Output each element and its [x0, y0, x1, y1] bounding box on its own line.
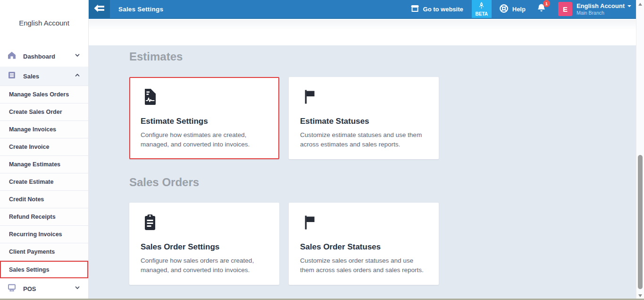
scrollbar-thumb[interactable] [638, 155, 643, 289]
workspace-name: English Account [0, 0, 88, 46]
notifications-button[interactable]: 1 [537, 3, 546, 15]
card-sales-order-statuses[interactable]: Sales Order Statuses Customize sales ord… [289, 203, 439, 285]
sidebar-item-label: Dashboard [23, 53, 55, 60]
sidebar-item-label: POS [23, 285, 36, 292]
section-sales-orders: Sales Orders Sales Order Settings Config… [129, 176, 636, 285]
pos-icon [7, 283, 17, 294]
card-description: Configure how estimates are created, man… [141, 130, 268, 149]
sidebar: English Account Dashboard Sales Manage S… [0, 0, 89, 300]
page-title: Sales Settings [118, 6, 163, 13]
sidebar-item-create-invoice[interactable]: Create Invoice [0, 138, 88, 156]
card-title: Sales Order Settings [141, 242, 268, 252]
invoice-icon [7, 70, 17, 82]
sidebar-item-label: Sales [23, 73, 39, 80]
help-lifebuoy-icon [499, 4, 509, 15]
notification-count-badge: 1 [543, 0, 550, 7]
clipboard-icon [141, 213, 268, 234]
sidebar-item-manage-sales-orders[interactable]: Manage Sales Orders [0, 86, 88, 103]
submenu-label: Client Payments [9, 249, 55, 255]
rocket-icon [478, 2, 485, 11]
flag-icon [300, 87, 427, 108]
section-estimates: Estimates Estimate Settings Configure ho… [129, 50, 636, 159]
beta-label: BETA [476, 11, 488, 17]
sidebar-item-sales[interactable]: Sales [0, 67, 88, 86]
scroll-up-icon[interactable] [638, 3, 642, 6]
account-info: English Account Main Branch [577, 2, 631, 16]
home-icon [7, 51, 17, 62]
chevron-down-icon [74, 51, 81, 61]
help-label: Help [512, 6, 526, 13]
sidebar-item-refund-receipts[interactable]: Refund Receipts [0, 208, 88, 226]
storefront-icon [410, 4, 419, 14]
submenu-label: Recurring Invoices [9, 231, 62, 238]
submenu-label: Create Invoice [9, 144, 49, 150]
card-estimate-settings[interactable]: Estimate Settings Configure how estimate… [129, 77, 279, 159]
submenu-label: Refund Receipts [9, 214, 56, 220]
submenu-label: Manage Sales Orders [9, 91, 69, 98]
avatar: E [558, 2, 572, 16]
topbar: Sales Settings Go to website [89, 0, 636, 19]
sidebar-item-credit-notes[interactable]: Credit Notes [0, 191, 88, 208]
flag-icon [300, 213, 427, 234]
chevron-up-icon [74, 71, 81, 81]
submenu-label: Create Estimate [9, 179, 54, 185]
section-heading: Estimates [129, 50, 636, 63]
account-name: English Account [577, 2, 625, 9]
sidebar-item-create-estimate[interactable]: Create Estimate [0, 173, 88, 191]
sidebar-item-sales-settings[interactable]: Sales Settings [0, 261, 88, 278]
sidebar-item-dashboard[interactable]: Dashboard [0, 46, 88, 67]
document-chart-icon [141, 87, 268, 108]
account-menu[interactable]: E English Account Main Branch [558, 2, 631, 16]
card-description: Configure how sales orders are created, … [141, 256, 268, 275]
sidebar-item-manage-invoices[interactable]: Manage Invoices [0, 121, 88, 138]
go-to-website-button[interactable]: Go to website [410, 4, 463, 14]
topbar-actions: Go to website BETA [410, 0, 636, 18]
submenu-label: Manage Invoices [9, 126, 56, 133]
sidebar-item-recurring-invoices[interactable]: Recurring Invoices [0, 226, 88, 243]
collapse-sidebar-button[interactable] [89, 0, 110, 18]
card-title: Estimate Settings [141, 117, 268, 126]
card-title: Sales Order Statuses [300, 242, 427, 252]
branch-name: Main Branch [577, 10, 631, 16]
back-arrow-icon [94, 4, 105, 14]
card-description: Customize sales order statuses and use t… [300, 256, 427, 275]
card-description: Customize estimate statuses and use them… [300, 130, 427, 149]
sales-submenu: Manage Sales Orders Create Sales Order M… [0, 86, 88, 278]
chevron-down-icon [627, 5, 631, 7]
chevron-down-icon [74, 284, 81, 293]
content-header-strip [89, 20, 636, 45]
card-estimate-statuses[interactable]: Estimate Statuses Customize estimate sta… [289, 77, 439, 159]
go-to-website-label: Go to website [423, 6, 463, 13]
sidebar-item-create-sales-order[interactable]: Create Sales Order [0, 103, 88, 121]
card-title: Estimate Statuses [300, 117, 427, 126]
sidebar-item-manage-estimates[interactable]: Manage Estimates [0, 156, 88, 173]
main-content: Estimates Estimate Settings Configure ho… [89, 45, 636, 300]
sidebar-item-pos[interactable]: POS [0, 278, 88, 299]
submenu-label: Credit Notes [9, 196, 44, 203]
help-button[interactable]: Help [499, 4, 526, 15]
submenu-label: Create Sales Order [9, 109, 62, 115]
scrollbar[interactable] [636, 0, 644, 300]
beta-badge[interactable]: BETA [472, 0, 492, 18]
section-heading: Sales Orders [129, 176, 636, 189]
submenu-label: Manage Estimates [9, 161, 60, 168]
card-sales-order-settings[interactable]: Sales Order Settings Configure how sales… [129, 203, 279, 285]
scroll-down-icon[interactable] [638, 294, 642, 297]
submenu-label: Sales Settings [9, 266, 49, 273]
sidebar-item-client-payments[interactable]: Client Payments [0, 243, 88, 261]
